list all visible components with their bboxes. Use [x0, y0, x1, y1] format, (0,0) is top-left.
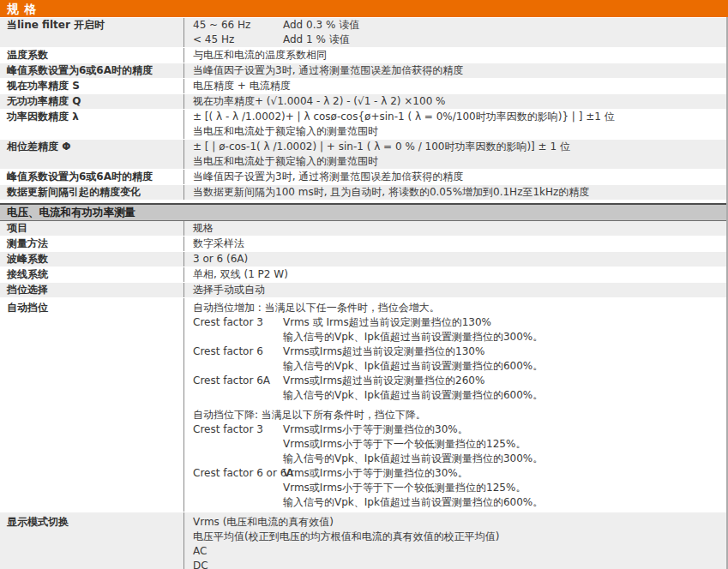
page-title: 规 格	[7, 2, 37, 15]
value-line: ± [( λ - λ /1.0002)+ | λ cosø-cos{ø+sin-…	[193, 110, 719, 124]
condition-text: Vrms或Irms小于等于测量挡位的30%。	[283, 423, 468, 435]
table-row: 无功功率精度 Q 视在功率精度+ (√1.0004 - λ 2) - (√1 -…	[0, 94, 728, 110]
condition-text: 输入信号的Vpk、Ipk值超过当前设置测量挡位的600%。	[283, 496, 543, 508]
condition-text: Vrms或Irms超过当前设定测量挡位的130%	[283, 345, 484, 357]
spec-label: 接线系统	[0, 267, 184, 282]
spec-label-text: 数据更新间隔引起的精度变化	[7, 185, 175, 200]
table-row: 当line filter 开启时 45 ~ 66 HzAdd 0.3 % 读值 …	[0, 18, 728, 48]
spec-label: 温度系数	[0, 48, 184, 63]
spec-value: Vrms (电压和电流的真有效值) 电压平均值(校正到电压的均方根值和电流的真有…	[184, 512, 728, 569]
table-row-auto-range: 自动挡位 自动挡位增加 : 当满足以下任一条件时，挡位会增大。 Crest fa…	[0, 298, 728, 512]
spec-value: 当数据更新间隔为100 ms时, 且为自动时, 将读数的0.05%增加到0.1H…	[184, 185, 728, 200]
table-row: 视在功率精度 S 电压精度 + 电流精度	[0, 79, 728, 94]
table-row: 波峰系数 3 or 6 (6A)	[0, 252, 728, 267]
value-line: DC	[193, 559, 719, 569]
value-line: AC	[193, 544, 719, 559]
spec-value: 规格	[184, 221, 728, 236]
condition-line: Vrms或Irms小于等于下一个较低测量挡位的125%。	[193, 481, 719, 495]
condition-text: 输入信号的Vpk、Ipk值超过当前设置测量挡位的600%。	[283, 389, 543, 401]
spec-label-text: 峰值系数设置为6或6A时的精度	[7, 63, 175, 78]
value-col1: < 45 Hz	[193, 33, 283, 47]
spec-value: 3 or 6 (6A)	[184, 252, 728, 267]
spec-value: 与电压和电流的温度系数相同	[184, 48, 728, 63]
value-line: 数字采样法	[193, 237, 719, 251]
spec-value: ± [ | ø-cos-1( λ /1.0002) | + sin-1 ( λ …	[184, 140, 728, 169]
table-row: 挡位选择 选择手动或自动	[0, 283, 728, 298]
table-row: 峰值系数设置为6或6A时的精度 当峰值因子设置为3时, 通过将测量范围误差加倍获…	[0, 170, 728, 185]
condition-line: Vrms或Irms小于等于下一个较低测量挡位的125%。	[193, 437, 719, 452]
condition-line: 输入信号的Vpk、Ipk值超过当前设置测量挡位的600%。	[193, 388, 719, 403]
condition-line: 输入信号的Vpk、Ipk值超过当前设置测量挡位的300%。	[193, 330, 719, 344]
value-line: 当电压和电流处于额定输入的测量范围时	[193, 154, 719, 169]
condition-line: Crest factor 3Vrms 或 Irms超过当前设定测量挡位的130%	[193, 315, 719, 330]
table-row: 功率因数精度 λ ± [( λ - λ /1.0002)+ | λ cosø-c…	[0, 110, 728, 140]
spec-label-text: 接线系统	[7, 267, 175, 282]
condition-line: 输入信号的Vpk、Ipk值超过当前设置测量挡位的600%。	[193, 359, 719, 374]
condition-text: Vrms或Irms小于等于下一个较低测量挡位的125%。	[283, 438, 526, 450]
spec-value: 视在功率精度+ (√1.0004 - λ 2) - (√1 - λ 2) ×10…	[184, 94, 728, 109]
condition-text: 输入信号的Vpk、Ipk值超过当前设置测量挡位的300%。	[283, 452, 543, 464]
spec-label: 显示模式切换	[0, 512, 184, 569]
auto-range-decrease-intro: 自动挡位下降: 当满足以下所有条件时，挡位下降。	[193, 408, 719, 422]
spec-label: 功率因数精度 λ	[0, 110, 184, 139]
spec-label: 挡位选择	[0, 283, 184, 297]
value-line: 3 or 6 (6A)	[193, 252, 719, 267]
value-line: Vrms (电压和电流的真有效值)	[193, 515, 719, 530]
spec-label-text: 当line filter 开启时	[7, 18, 175, 33]
spec-label: 测量方法	[0, 237, 184, 251]
spec-label: 项目	[0, 221, 184, 236]
condition-line: Crest factor 3Vrms或Irms小于等于测量挡位的30%。	[193, 422, 719, 437]
condition-text: Vrms或Irms小于等于测量挡位的30%。	[283, 467, 468, 479]
spec-value: 当峰值因子设置为3时, 通过将测量范围误差加倍获得的精度	[184, 170, 728, 184]
spec-label-text: 视在功率精度 S	[7, 79, 175, 93]
section-header-bar: 电压、电流和有功功率测量	[0, 203, 728, 221]
spec-sheet-page: 规 格 当line filter 开启时 45 ~ 66 HzAdd 0.3 %…	[0, 0, 728, 569]
spec-label: 波峰系数	[0, 252, 184, 267]
condition-text: 输入信号的Vpk、Ipk值超过当前设置测量挡位的600%。	[283, 360, 543, 372]
value-line: 选择手动或自动	[193, 283, 719, 297]
spec-label: 峰值系数设置为6或6A时的精度	[0, 63, 184, 78]
auto-range-increase-intro: 自动挡位增加 : 当满足以下任一条件时，挡位会增大。	[193, 301, 719, 315]
value-line: 当电压和电流处于额定输入的测量范围时	[193, 124, 719, 139]
spec-label: 数据更新间隔引起的精度变化	[0, 185, 184, 200]
value-line: 规格	[193, 221, 719, 236]
value-col1: 45 ~ 66 Hz	[193, 18, 283, 33]
section-title: 电压、电流和有功功率测量	[7, 206, 135, 219]
table-row: 测量方法 数字采样法	[0, 237, 728, 252]
value-line: 当数据更新间隔为100 ms时, 且为自动时, 将读数的0.05%增加到0.1H…	[193, 185, 719, 200]
spec-label: 无功功率精度 Q	[0, 94, 184, 109]
table-row: 温度系数 与电压和电流的温度系数相同	[0, 48, 728, 63]
spec-label: 相位差精度 Φ	[0, 140, 184, 169]
condition-text: 输入信号的Vpk、Ipk值超过当前设置测量挡位的300%。	[283, 331, 543, 343]
spec-label-text: 相位差精度 Φ	[7, 140, 175, 154]
value-line: 视在功率精度+ (√1.0004 - λ 2) - (√1 - λ 2) ×10…	[193, 94, 719, 109]
table-row-display-mode: 显示模式切换 Vrms (电压和电流的真有效值) 电压平均值(校正到电压的均方根…	[0, 512, 728, 569]
condition-line: Crest factor 6 or 6AVrms或Irms小于等于测量挡位的30…	[193, 466, 719, 481]
spec-label-text: 无功功率精度 Q	[7, 94, 175, 109]
value-line: ± [ | ø-cos-1( λ /1.0002) | + sin-1 ( λ …	[193, 140, 719, 154]
condition-line: 输入信号的Vpk、Ipk值超过当前设置测量挡位的600%。	[193, 495, 719, 510]
spec-value: 选择手动或自动	[184, 283, 728, 297]
spec-label-text: 自动挡位	[7, 301, 175, 315]
spec-value: ± [( λ - λ /1.0002)+ | λ cosø-cos{ø+sin-…	[184, 110, 728, 139]
value-line: 电压平均值(校正到电压的均方根值和电流的真有效值的校正平均值)	[193, 530, 719, 544]
value-line: 45 ~ 66 HzAdd 0.3 % 读值	[193, 18, 719, 33]
spec-label: 自动挡位	[0, 298, 184, 512]
value-col2: Add 1 % 读值	[283, 33, 350, 45]
table-row: 数据更新间隔引起的精度变化 当数据更新间隔为100 ms时, 且为自动时, 将读…	[0, 185, 728, 201]
spec-value: 当峰值因子设置为3时, 通过将测量范围误差加倍获得的精度	[184, 63, 728, 78]
value-line: 电压精度 + 电流精度	[193, 79, 719, 93]
table-row: 项目 规格	[0, 221, 728, 237]
condition-text: Vrms 或 Irms超过当前设定测量挡位的130%	[283, 316, 491, 328]
crest-factor-label: Crest factor 3	[193, 315, 283, 330]
condition-line: Crest factor 6AVrms或Irms超过当前设定测量挡位的260%	[193, 374, 719, 388]
value-line: 当峰值因子设置为3时, 通过将测量范围误差加倍获得的精度	[193, 63, 719, 78]
condition-text: Vrms或Irms超过当前设定测量挡位的260%	[283, 374, 484, 386]
spec-label-text: 显示模式切换	[7, 515, 175, 530]
spec-value: 45 ~ 66 HzAdd 0.3 % 读值 < 45 HzAdd 1 % 读值	[184, 18, 728, 47]
spec-label-text: 测量方法	[7, 237, 175, 251]
value-line: < 45 HzAdd 1 % 读值	[193, 33, 719, 47]
value-line: 单相, 双线 (1 P2 W)	[193, 267, 719, 282]
spec-label-text: 温度系数	[7, 48, 175, 63]
spec-label: 峰值系数设置为6或6A时的精度	[0, 170, 184, 184]
